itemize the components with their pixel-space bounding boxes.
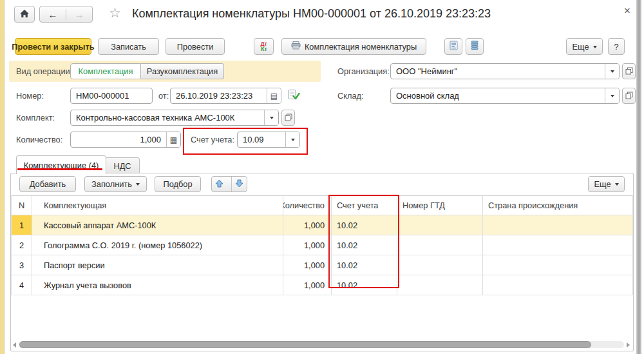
cell-component[interactable]: Журнал учета вызовов — [32, 275, 283, 295]
fill-button[interactable]: Заполнить — [84, 176, 147, 192]
cell-country[interactable] — [483, 275, 633, 295]
cell-quantity[interactable]: 1,000 — [283, 215, 332, 235]
close-icon[interactable]: × — [624, 5, 630, 17]
move-row-down-button[interactable] — [231, 177, 247, 192]
post-label: Провести — [177, 42, 214, 52]
move-row-up-button[interactable] — [212, 179, 227, 190]
arrow-up-icon — [215, 179, 223, 190]
open-icon — [625, 90, 633, 102]
cell-quantity[interactable]: 1,000 — [283, 235, 332, 255]
header-quantity[interactable]: Количество — [283, 196, 332, 215]
cell-component[interactable]: Паспорт версии — [32, 255, 283, 275]
page-title: Комплектация номенклатуры НМ00-000001 от… — [132, 7, 491, 21]
table-row[interactable]: 3 Паспорт версии 1,000 10.02 — [11, 255, 633, 275]
components-table: N Комплектующая Количество Счет учета Но… — [11, 195, 633, 295]
cell-country[interactable] — [483, 255, 633, 275]
cell-component[interactable]: Голограмма С.О. 2019 г. (номер 1056022) — [32, 235, 283, 255]
date-value: 26.10.2019 23:23:23 — [171, 88, 267, 103]
quantity-field[interactable]: 1,000 ▦ — [70, 132, 181, 148]
kit-field[interactable]: Контрольно-кассовая техника АМС-100К — [70, 110, 279, 126]
cell-account[interactable]: 10.02 — [332, 255, 397, 275]
cell-account[interactable]: 10.02 — [332, 235, 397, 255]
forward-icon[interactable]: → — [66, 9, 92, 20]
window-right-scrollbar[interactable] — [636, 0, 641, 354]
cell-n[interactable]: 2 — [11, 235, 32, 255]
kit-open-button[interactable] — [281, 110, 295, 126]
back-icon[interactable]: ← — [40, 9, 66, 20]
tab-vat[interactable]: НДС — [105, 157, 140, 173]
chevron-down-icon — [615, 183, 619, 188]
account-dropdown[interactable] — [285, 132, 299, 147]
tab-components[interactable]: Комплектующие (4) — [16, 155, 106, 174]
number-field[interactable]: НМ00-000001 — [70, 88, 153, 104]
organization-field[interactable]: ООО "Нейминг" — [390, 63, 620, 79]
calendar-icon[interactable]: ▤ — [267, 88, 281, 103]
warehouse-field[interactable]: Основной склад — [390, 88, 620, 104]
pick-button[interactable]: Подбор — [155, 176, 201, 192]
scrollbar-track[interactable] — [19, 341, 624, 348]
horizontal-scrollbar[interactable] — [13, 340, 630, 349]
cell-gtd[interactable] — [397, 255, 483, 275]
dt-kt-postings-button[interactable]: Дт Кт — [254, 38, 274, 55]
date-field[interactable]: 26.10.2019 23:23:23 ▤ — [170, 88, 281, 104]
document-posted-check-icon[interactable] — [288, 89, 300, 103]
home-button[interactable] — [14, 6, 35, 23]
operation-option-disassembly[interactable]: Разукомплектация — [141, 63, 224, 79]
arrow-down-icon — [235, 179, 243, 190]
scroll-left-icon[interactable] — [13, 342, 16, 348]
add-row-button[interactable]: Добавить — [19, 176, 76, 192]
cell-quantity[interactable]: 1,000 — [283, 255, 332, 275]
header-gtd[interactable]: Номер ГТД — [397, 196, 483, 215]
kit-dropdown[interactable] — [264, 110, 278, 125]
cell-account[interactable]: 10.02 — [332, 275, 397, 295]
warehouse-value: Основной склад — [391, 88, 605, 103]
app-left-edge — [0, 0, 5, 354]
scrollbar-thumb[interactable] — [19, 341, 591, 348]
header-country[interactable]: Страна происхождения — [483, 196, 633, 215]
cell-n[interactable]: 4 — [11, 275, 32, 295]
save-button[interactable]: Записать — [98, 38, 159, 55]
post-button[interactable]: Провести — [166, 38, 225, 55]
table-row[interactable]: 2 Голограмма С.О. 2019 г. (номер 1056022… — [11, 235, 633, 255]
report-button[interactable] — [444, 38, 462, 55]
cell-quantity[interactable]: 1,000 — [283, 275, 332, 295]
cell-gtd[interactable] — [397, 235, 483, 255]
cell-gtd[interactable] — [397, 215, 483, 235]
date-label: от: — [158, 91, 169, 101]
table-row[interactable]: 4 Журнал учета вызовов 1,000 10.02 — [11, 275, 633, 295]
cell-component[interactable]: Кассовый аппарат АМС-100К — [32, 215, 283, 235]
post-and-close-button[interactable]: Провести и закрыть — [15, 38, 91, 55]
favorite-star-icon[interactable]: ☆ — [109, 5, 121, 21]
account-field[interactable]: 10.09 — [237, 132, 300, 148]
home-icon — [19, 9, 30, 20]
open-icon — [625, 66, 633, 77]
printer-icon — [291, 41, 301, 52]
more-button[interactable]: Еще — [566, 38, 603, 55]
number-value: НМ00-000001 — [71, 88, 152, 103]
scroll-right-icon[interactable] — [627, 342, 630, 348]
organization-dropdown[interactable] — [605, 64, 619, 79]
help-button[interactable]: ? — [608, 38, 625, 55]
warehouse-open-button[interactable] — [622, 88, 636, 104]
header-account[interactable]: Счет учета — [332, 196, 397, 215]
cell-country[interactable] — [483, 215, 633, 235]
cell-country[interactable] — [483, 235, 633, 255]
cell-n[interactable]: 3 — [11, 255, 32, 275]
organization-open-button[interactable] — [622, 63, 636, 79]
register-records-button[interactable] — [466, 38, 484, 55]
warehouse-dropdown[interactable] — [605, 88, 619, 103]
table-more-button[interactable]: Еще — [588, 176, 625, 192]
tab-components-label: Комплектующие (4) — [24, 161, 99, 170]
kit-value: Контрольно-кассовая техника АМС-100К — [71, 110, 264, 125]
header-n[interactable]: N — [11, 196, 32, 215]
calculator-icon[interactable]: ▦ — [166, 132, 180, 147]
cell-n[interactable]: 1 — [11, 215, 32, 235]
cell-gtd[interactable] — [397, 275, 483, 295]
cell-account[interactable]: 10.02 — [332, 215, 397, 235]
save-label: Записать — [111, 42, 146, 52]
dt-kt-icon: Дт Кт — [260, 41, 267, 52]
operation-option-assembly[interactable]: Комплектация — [70, 63, 141, 79]
header-component[interactable]: Комплектующая — [32, 196, 283, 215]
print-kit-button[interactable]: Комплектация номенклатуры — [281, 38, 426, 55]
table-row[interactable]: 1 Кассовый аппарат АМС-100К 1,000 10.02 — [11, 215, 633, 235]
